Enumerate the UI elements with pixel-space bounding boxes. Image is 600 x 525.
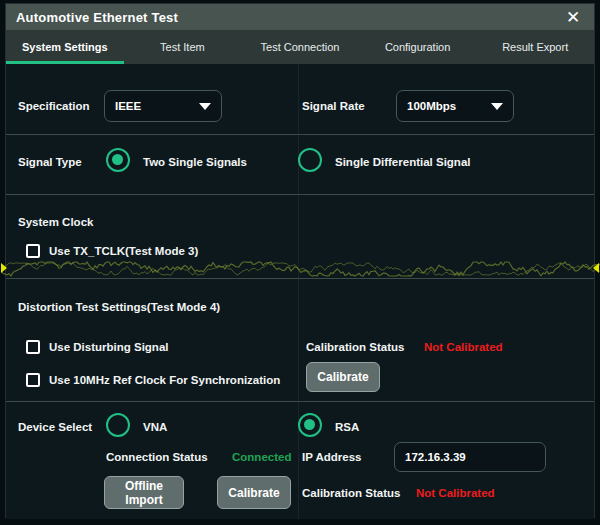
device-calibration-status-value: Not Calibrated xyxy=(416,487,495,499)
section-divider xyxy=(6,401,594,402)
single-differential-signal-label: Single Differential Signal xyxy=(335,156,470,168)
tab-system-settings[interactable]: System Settings xyxy=(6,30,124,64)
device-calibrate-button[interactable]: Calibrate xyxy=(217,476,291,509)
ip-address-input[interactable] xyxy=(394,442,546,472)
signal-rate-dropdown[interactable]: 100Mbps xyxy=(396,90,514,122)
device-select-label: Device Select xyxy=(18,421,92,433)
dialog-titlebar: Automotive Ethernet Test ✕ xyxy=(6,4,594,30)
use-tx-tclk-label: Use TX_TCLK(Test Mode 3) xyxy=(49,245,198,257)
distortion-title: Distortion Test Settings(Test Mode 4) xyxy=(18,301,220,313)
specification-dropdown[interactable]: IEEE xyxy=(104,90,222,122)
device-calibration-status-label: Calibration Status xyxy=(302,487,400,499)
section-divider xyxy=(6,194,594,195)
chevron-down-icon xyxy=(199,103,211,110)
specification-label: Specification xyxy=(18,100,90,112)
signal-rate-label: Signal Rate xyxy=(302,100,365,112)
signal-type-label: Signal Type xyxy=(18,156,82,168)
rsa-label: RSA xyxy=(335,421,359,433)
system-clock-title: System Clock xyxy=(18,216,93,228)
distortion-calibration-status-value: Not Calibrated xyxy=(424,341,503,353)
distortion-calibration-status-label: Calibration Status xyxy=(306,341,404,353)
tab-test-connection[interactable]: Test Connection xyxy=(241,30,359,64)
dialog-body: Specification IEEE Signal Rate 100Mbps S… xyxy=(6,64,594,519)
tab-test-item[interactable]: Test Item xyxy=(124,30,242,64)
signal-rate-value: 100Mbps xyxy=(407,100,456,112)
radio-rsa[interactable] xyxy=(298,413,322,437)
dialog-title: Automotive Ethernet Test xyxy=(16,10,178,25)
ip-address-label: IP Address xyxy=(302,451,361,463)
close-icon[interactable]: ✕ xyxy=(562,6,584,28)
connection-status-value: Connected xyxy=(232,451,291,463)
use-10mhz-refclock-label: Use 10MHz Ref Clock For Synchronization xyxy=(49,374,280,386)
radio-vna[interactable] xyxy=(106,413,130,437)
waveform-trace xyxy=(1,258,600,280)
channel-marker-right-icon xyxy=(593,263,599,273)
graticule-centerline xyxy=(298,64,299,519)
tab-result-export[interactable]: Result Export xyxy=(476,30,594,64)
vna-label: VNA xyxy=(143,421,167,433)
use-disturbing-signal-label: Use Disturbing Signal xyxy=(49,341,169,353)
radio-single-differential-signal[interactable] xyxy=(298,148,322,172)
use-disturbing-signal-checkbox[interactable] xyxy=(26,340,40,354)
section-divider xyxy=(6,134,594,135)
chevron-down-icon xyxy=(491,103,503,110)
tab-bar: System Settings Test Item Test Connectio… xyxy=(6,30,594,64)
distortion-calibrate-button[interactable]: Calibrate xyxy=(306,362,380,392)
two-single-signals-label: Two Single Signals xyxy=(143,156,247,168)
use-10mhz-refclock-checkbox[interactable] xyxy=(26,373,40,387)
use-tx-tclk-checkbox[interactable] xyxy=(26,244,40,258)
channel-marker-left-icon xyxy=(1,263,7,273)
radio-two-single-signals[interactable] xyxy=(106,148,130,172)
automotive-ethernet-test-dialog: Automotive Ethernet Test ✕ System Settin… xyxy=(5,3,595,518)
connection-status-label: Connection Status xyxy=(106,451,208,463)
specification-value: IEEE xyxy=(115,100,141,112)
tab-configuration[interactable]: Configuration xyxy=(359,30,477,64)
oscilloscope-screen: Automotive Ethernet Test ✕ System Settin… xyxy=(0,0,600,525)
section-divider xyxy=(6,278,594,279)
offline-import-button[interactable]: Offline Import xyxy=(104,476,184,509)
